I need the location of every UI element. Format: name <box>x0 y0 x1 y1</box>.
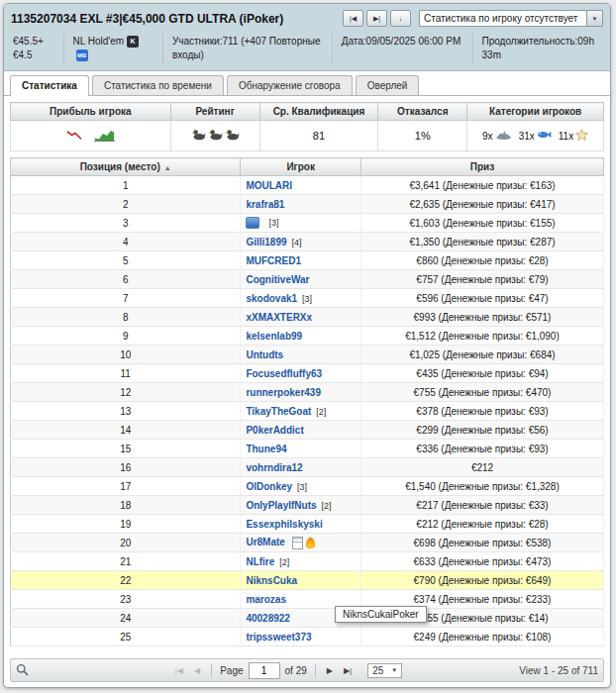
table-row[interactable]: 7 skodovak1[3] €596 (Денежные призы: €47… <box>11 289 604 308</box>
download-button[interactable]: ↓ <box>390 10 411 27</box>
player-link[interactable]: P0kerAddict <box>246 425 303 436</box>
page-input[interactable] <box>249 662 280 679</box>
row-prize: €993 (Денежные призы: €571) <box>414 312 552 323</box>
pager-next-button[interactable]: ▶ <box>324 665 336 676</box>
table-row[interactable]: 15 Thune94 €336 (Денежные призы: €93) <box>11 440 604 458</box>
player-link[interactable]: kelsenlab99 <box>246 331 302 342</box>
summary-header-declined: Отказался <box>378 103 467 121</box>
table-row[interactable]: 5 MUFCRED1 €860 (Денежные призы: €28) <box>11 251 604 270</box>
tab-collusion-detection[interactable]: Обнаружение сговора <box>227 75 353 95</box>
row-position: 21 <box>120 556 131 567</box>
table-row[interactable]: 18 OnlyPlayIfNuts[2] €217 (Денежные приз… <box>11 496 604 515</box>
player-link[interactable]: krafra81 <box>246 199 284 210</box>
player-link[interactable]: vohrndira12 <box>246 462 302 473</box>
player-stats-dropdown[interactable]: Статистика по игроку отсутствует ▼ <box>419 10 603 27</box>
player-link[interactable]: skodovak1 <box>246 293 297 304</box>
row-prize: €2,635 (Денежные призы: €417) <box>409 199 555 210</box>
table-row[interactable]: 22 NiknsCuka €790 (Денежные призы: €649) <box>11 571 604 590</box>
player-link[interactable]: tripssweet373 <box>246 632 311 643</box>
table-row[interactable]: 13 TikayTheGoat[2] €378 (Денежные призы:… <box>11 402 604 421</box>
table-row[interactable]: 12 runnerpoker439 €755 (Денежные призы: … <box>11 383 604 402</box>
row-prize: €212 <box>471 462 493 473</box>
row-position: 23 <box>120 594 131 605</box>
player-link[interactable]: OlDonkey <box>246 481 292 492</box>
player-link[interactable]: Gilli1899 <box>246 237 286 248</box>
stake-buyin: €45.5+ <box>13 35 54 49</box>
column-header-position[interactable]: Позиция (место)▲ <box>11 158 241 176</box>
magnifier-icon[interactable] <box>16 663 29 678</box>
row-position: 24 <box>120 613 131 624</box>
table-row[interactable]: 4 Gilli1899[4] €1,350 (Денежные призы: €… <box>11 233 604 251</box>
player-link[interactable]: TikayTheGoat <box>246 406 311 417</box>
table-row[interactable]: 16 vohrndira12 €212 <box>11 458 604 477</box>
row-position: 5 <box>123 255 129 266</box>
row-position: 22 <box>120 575 131 586</box>
next-result-button[interactable]: ▶| <box>366 10 387 27</box>
results-body: 1 MOULARI €3,641 (Денежные призы: €163) … <box>11 176 604 646</box>
prev-result-button[interactable]: |◀ <box>343 10 363 27</box>
page-size-value: 25 <box>372 665 383 676</box>
row-prize: €299 (Денежные призы: €56) <box>416 425 548 436</box>
summary-header-profit: Прибыль игрока <box>11 103 171 121</box>
row-position: 9 <box>123 331 129 342</box>
table-row[interactable]: 23 marozas €374 (Денежные призы: €233) <box>11 590 604 609</box>
table-row[interactable]: 3 [3] €1,603 (Денежные призы: €155) <box>11 214 604 233</box>
player-link[interactable]: xXMAXTERXx <box>246 312 312 323</box>
pager-last-button[interactable]: ▶| <box>341 665 355 676</box>
player-link[interactable]: MOULARI <box>246 180 292 191</box>
statistics-panel: Прибыль игрока Рейтинг Ср. Квалификация … <box>4 96 610 653</box>
row-position: 14 <box>120 425 131 436</box>
table-row[interactable]: 10 Untudts €1,025 (Денежные призы: €684) <box>11 346 604 364</box>
table-row[interactable]: 14 P0kerAddict €299 (Денежные призы: €56… <box>11 421 604 440</box>
row-position: 2 <box>123 199 129 210</box>
player-link[interactable]: CognitiveWar <box>246 274 309 285</box>
player-link[interactable]: Untudts <box>246 349 283 360</box>
player-link[interactable]: OnlyPlayIfNuts <box>246 500 316 511</box>
table-row[interactable]: 1 MOULARI €3,641 (Денежные призы: €163) <box>11 176 604 195</box>
table-row[interactable]: 2 krafra81 €2,635 (Денежные призы: €417) <box>11 195 604 214</box>
player-link[interactable]: NiknsCuka <box>246 575 297 586</box>
duration-info: Продолжительность:09h 33m <box>472 33 603 64</box>
table-row[interactable]: 25 tripssweet373 €249 (Денежные призы: €… <box>11 628 604 646</box>
player-badge: [3] <box>268 218 278 228</box>
table-row[interactable]: 6 CognitiveWar €757 (Денежные призы: €79… <box>11 270 604 289</box>
pager-prev-button[interactable]: ◀ <box>191 665 203 676</box>
tab-overlay[interactable]: Оверлей <box>356 75 420 95</box>
player-link[interactable]: runnerpoker439 <box>246 387 321 398</box>
column-header-prize[interactable]: Приз <box>361 158 604 176</box>
page-size-select[interactable]: 25 ▼ <box>367 663 402 678</box>
table-row[interactable]: 11 Focusedfluffy63 €435 (Денежные призы:… <box>11 364 604 383</box>
player-category: 9x <box>482 130 512 143</box>
player-link[interactable]: Focusedfluffy63 <box>246 368 322 379</box>
player-link[interactable]: Thune94 <box>246 444 286 454</box>
player-link[interactable]: MUFCRED1 <box>246 255 301 266</box>
player-link[interactable]: NLfire <box>246 556 274 567</box>
tournament-window: 1135207034 EXL #3|€45,000 GTD ULTRA (iPo… <box>3 3 611 688</box>
player-category: 11x <box>559 129 588 144</box>
row-position: 4 <box>123 237 129 248</box>
player-link[interactable]: Ur8Mate <box>246 537 284 547</box>
table-row[interactable]: 9 kelsenlab99 €1,512 (Денежные призы: €1… <box>11 327 604 346</box>
dropdown-arrow-icon[interactable]: ▼ <box>586 11 602 26</box>
player-link[interactable]: Essexphilskyski <box>246 519 322 530</box>
column-header-player[interactable]: Игрок <box>241 158 361 176</box>
row-prize: €212 (Денежные призы: €28) <box>416 519 548 530</box>
row-position: 6 <box>123 274 129 285</box>
tab-statistics[interactable]: Статистика <box>10 75 89 96</box>
table-row[interactable]: 19 Essexphilskyski €212 (Денежные призы:… <box>11 515 604 534</box>
tab-time-statistics[interactable]: Статистика по времени <box>92 75 224 95</box>
table-row[interactable]: 20 Ur8Mate €698 (Денежные призы: €538) <box>11 534 604 552</box>
table-row[interactable]: 24 40028922 €155 (Денежные призы: €14) <box>11 609 604 628</box>
row-prize: €378 (Денежные призы: €93) <box>416 406 548 417</box>
table-row[interactable]: 17 OlDonkey[3] €1,540 (Денежные призы: €… <box>11 477 604 496</box>
row-position: 7 <box>123 293 129 304</box>
player-link[interactable]: marozas <box>246 594 286 605</box>
table-row[interactable]: 21 NLfire[2] €633 (Денежные призы: €473) <box>11 552 604 571</box>
player-link[interactable]: 40028922 <box>246 613 290 624</box>
sort-asc-icon[interactable]: ▲ <box>164 164 171 171</box>
pager-of-label: of 29 <box>285 665 307 676</box>
table-row[interactable]: 8 xXMAXTERXx €993 (Денежные призы: €571) <box>11 308 604 327</box>
row-position: 16 <box>120 462 131 473</box>
row-prize: €1,540 (Денежные призы: €1,328) <box>405 481 560 492</box>
pager-first-button[interactable]: |◀ <box>172 665 186 676</box>
